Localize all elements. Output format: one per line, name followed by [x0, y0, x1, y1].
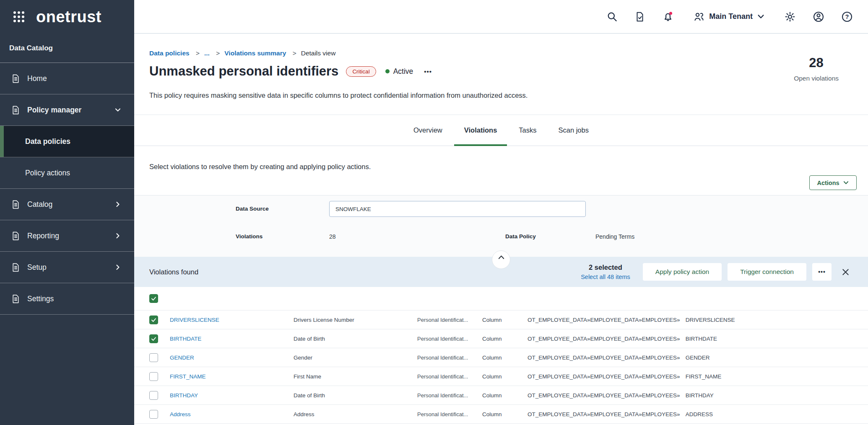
sidebar-item[interactable]: Data policies — [0, 126, 134, 157]
stat-value: 28 — [794, 55, 839, 70]
path-leaf: BIRTHDAY — [686, 392, 714, 399]
sidebar-item[interactable]: Catalog — [0, 189, 134, 220]
sidebar-item-label: Setup — [27, 263, 47, 272]
close-icon[interactable] — [841, 267, 850, 277]
sidebar-nav: Home Policy manager — [0, 63, 134, 315]
account-icon[interactable] — [813, 11, 824, 23]
violation-name-link[interactable]: FIRST_NAME — [170, 373, 294, 380]
row-checkbox[interactable] — [149, 353, 158, 362]
collapse-panel-button[interactable] — [492, 250, 510, 269]
apply-policy-action-button[interactable]: Apply policy action — [643, 263, 722, 281]
violation-name-link[interactable]: BIRTHDAY — [170, 392, 294, 399]
table-header — [134, 287, 868, 310]
chevron-down-icon — [843, 180, 849, 186]
sidebar-item[interactable]: Settings — [0, 283, 134, 315]
type-cell: Column — [482, 411, 528, 417]
breadcrumb-item[interactable]: ... — [204, 50, 224, 57]
path-cell: OT_EMPLOYEE_DATA»EMPLOYEE_DATA»EMPLOYEES… — [528, 392, 868, 399]
type-cell: Column — [482, 336, 528, 342]
table-body: DRIVERSLICENSE Drivers License Number Pe… — [134, 310, 868, 424]
chevron-icon — [114, 201, 122, 208]
tab[interactable]: Tasks — [518, 115, 537, 146]
row-checkbox[interactable] — [149, 410, 158, 419]
logo-text: onetrust — [36, 8, 101, 26]
selection-summary: 2 selected Select all 48 items — [581, 263, 630, 280]
sidebar-item[interactable]: Reporting — [0, 220, 134, 252]
actions-button-label: Actions — [817, 180, 839, 186]
tags-cell: Personal Identificat... — [417, 336, 482, 342]
checkbox-cell — [149, 372, 170, 381]
violation-name-link[interactable]: Address — [170, 411, 294, 417]
sidebar-item-label: Data policies — [25, 137, 70, 146]
sidebar-item[interactable]: Policy manager — [0, 94, 134, 126]
sidebar-item-label: Reporting — [27, 232, 59, 240]
instruction-text: Select violations to resolve them by cre… — [149, 163, 371, 171]
sidebar-item[interactable]: Policy actions — [0, 157, 134, 189]
breadcrumb-label: Violations summary — [224, 50, 286, 57]
type-cell: Column — [482, 355, 528, 361]
breadcrumb-item[interactable]: Data policies — [149, 50, 204, 57]
chevron-up-icon — [498, 255, 505, 260]
checkbox-cell — [149, 410, 170, 419]
data-policy-label: Data Policy — [505, 233, 536, 240]
notifications-bell-icon[interactable] — [662, 11, 674, 23]
sidebar-item[interactable]: Setup — [0, 252, 134, 283]
checkbox-cell — [149, 334, 170, 343]
path-prefix: OT_EMPLOYEE_DATA»EMPLOYEE_DATA»EMPLOYEES… — [528, 373, 680, 380]
terms-cell: Date of Birth — [294, 336, 417, 342]
path-prefix: OT_EMPLOYEE_DATA»EMPLOYEE_DATA»EMPLOYEES… — [528, 411, 680, 417]
breadcrumb-item[interactable]: Violations summary — [224, 50, 301, 57]
data-source-input[interactable] — [329, 201, 586, 217]
settings-gear-icon[interactable] — [784, 11, 796, 23]
violation-name-link[interactable]: GENDER — [170, 355, 294, 361]
violation-name-link[interactable]: DRIVERSLICENSE — [170, 317, 294, 323]
tab[interactable]: Overview — [413, 115, 443, 146]
type-cell: Column — [482, 373, 528, 380]
terms-cell: Address — [294, 411, 417, 417]
actions-button[interactable]: Actions — [809, 175, 857, 190]
select-all-checkbox[interactable] — [149, 294, 158, 303]
help-icon[interactable]: ? — [841, 11, 853, 23]
checkbox-cell — [149, 315, 170, 324]
tenant-selector[interactable]: Main Tenant — [693, 11, 765, 23]
tab[interactable]: Violations — [463, 115, 498, 146]
selection-bar-actions: 2 selected Select all 48 items Apply pol… — [581, 263, 868, 281]
open-violations-stat: 28 Open violations — [794, 55, 839, 82]
document-icon — [11, 74, 21, 83]
path-cell: OT_EMPLOYEE_DATA»EMPLOYEE_DATA»EMPLOYEES… — [528, 317, 868, 323]
sidebar-item[interactable]: Home — [0, 63, 134, 94]
breadcrumb-label: Details view — [301, 50, 336, 57]
select-all-cell — [149, 294, 170, 303]
path-leaf: FIRST_NAME — [686, 373, 722, 380]
table-row: DRIVERSLICENSE Drivers License Number Pe… — [134, 310, 868, 329]
status-label: Active — [393, 67, 413, 76]
row-checkbox[interactable] — [149, 391, 158, 400]
type-cell: Column — [482, 317, 528, 323]
row-checkbox[interactable] — [149, 334, 158, 343]
trigger-connection-button[interactable]: Trigger connection — [728, 263, 806, 281]
onetrust-waffle-icon — [12, 9, 27, 24]
search-icon[interactable] — [606, 11, 618, 22]
select-all-link[interactable]: Select all 48 items — [581, 274, 630, 280]
document-check-icon[interactable] — [634, 11, 645, 22]
title-more-menu-icon[interactable]: ••• — [424, 68, 432, 75]
more-actions-menu-icon[interactable]: ••• — [812, 263, 832, 281]
document-icon — [11, 263, 21, 272]
severity-badge: Critical — [346, 66, 376, 77]
tab[interactable]: Scan jobs — [558, 115, 590, 146]
stat-label: Open violations — [794, 75, 839, 82]
status-indicator: Active — [385, 67, 413, 76]
terms-cell: Date of Birth — [294, 392, 417, 399]
violation-name-link[interactable]: BIRTHDATE — [170, 336, 294, 342]
svg-text:?: ? — [845, 13, 849, 20]
path-prefix: OT_EMPLOYEE_DATA»EMPLOYEE_DATA»EMPLOYEES… — [528, 336, 680, 342]
row-checkbox[interactable] — [149, 315, 158, 324]
chevron-icon — [114, 232, 122, 240]
path-cell: OT_EMPLOYEE_DATA»EMPLOYEE_DATA»EMPLOYEES… — [528, 411, 868, 417]
violations-table: DRIVERSLICENSE Drivers License Number Pe… — [134, 287, 868, 424]
document-icon — [11, 294, 21, 304]
row-checkbox[interactable] — [149, 372, 158, 381]
breadcrumb-item[interactable]: Details view — [301, 50, 336, 57]
status-dot-icon — [385, 69, 390, 73]
filter-fields-panel: Data Source Violations 28 Data Policy Pe… — [134, 195, 868, 257]
